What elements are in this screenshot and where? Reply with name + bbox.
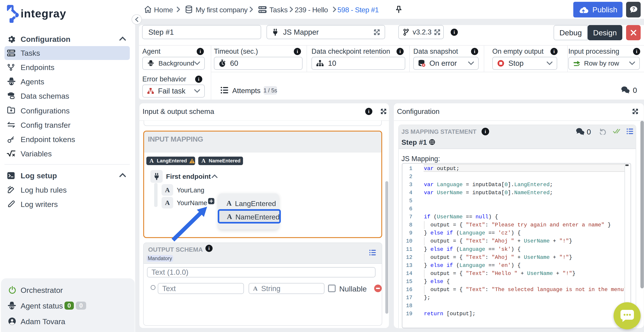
svg-text:?: ? <box>632 6 635 12</box>
